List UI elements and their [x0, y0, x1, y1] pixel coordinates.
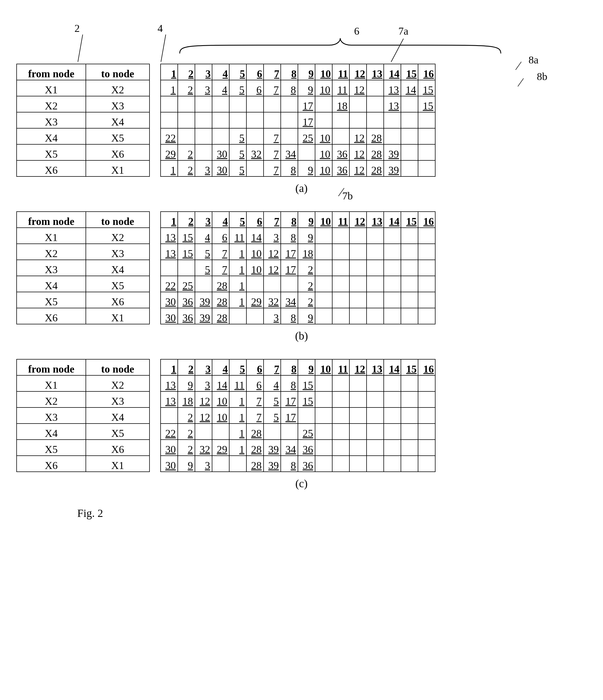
cell	[367, 276, 384, 292]
cell: 32	[264, 292, 281, 308]
col-15: 15	[401, 359, 418, 375]
cell-from: X6	[17, 308, 86, 324]
cell	[418, 407, 435, 424]
cell	[367, 424, 384, 440]
col-11: 11	[332, 211, 349, 228]
cell	[418, 392, 435, 407]
col-5: 5	[229, 359, 246, 375]
col-2: 2	[178, 359, 195, 375]
cell-from: X5	[17, 292, 86, 308]
cell-from: X1	[17, 228, 86, 244]
cell	[195, 424, 212, 440]
cell	[315, 292, 332, 308]
cell	[418, 260, 435, 276]
cell-to: X3	[86, 392, 150, 407]
col-14: 14	[384, 211, 401, 228]
cell: 36	[298, 456, 315, 472]
col-from-node: from node	[17, 359, 86, 375]
cell: 7	[212, 244, 229, 260]
cell-to: X1	[86, 456, 150, 472]
lead-8b: ⁄	[520, 75, 522, 90]
cell: 13	[384, 80, 401, 96]
cell: 13	[161, 244, 178, 260]
col-to-node: to node	[86, 64, 150, 80]
annot-7a: 7a	[398, 25, 409, 37]
cell: 36	[178, 308, 195, 324]
cell: 18	[332, 96, 349, 112]
col-16: 16	[418, 359, 435, 375]
cell: 34	[281, 144, 298, 160]
cell	[367, 112, 384, 128]
cell	[401, 375, 418, 392]
cell	[384, 112, 401, 128]
cell: 22	[161, 276, 178, 292]
cell: 18	[298, 244, 315, 260]
cell: 39	[384, 144, 401, 160]
cell	[281, 276, 298, 292]
col-16: 16	[418, 211, 435, 228]
cell: 29	[212, 440, 229, 456]
cell	[401, 260, 418, 276]
cell: 15	[298, 375, 315, 392]
cell: 10	[315, 144, 332, 160]
cell-to: X5	[86, 424, 150, 440]
col-15: 15	[401, 211, 418, 228]
col-8: 8	[281, 211, 298, 228]
col-8: 8	[281, 64, 298, 80]
cell: 6	[246, 80, 264, 96]
cell: 17	[281, 392, 298, 407]
cell: 28	[212, 276, 229, 292]
cell	[401, 276, 418, 292]
subcaption-b: (b)	[16, 329, 587, 342]
cell-from: X2	[17, 392, 86, 407]
cell	[264, 96, 281, 112]
col-11: 11	[332, 64, 349, 80]
cell	[367, 228, 384, 244]
table-row: X1X2123456789101112131415	[17, 80, 435, 96]
cell: 12	[349, 128, 367, 144]
cell: 10	[246, 260, 264, 276]
cell: 18	[178, 392, 195, 407]
cell-to: X1	[86, 160, 150, 176]
cell-from: X6	[17, 456, 86, 472]
col-from-node: from node	[17, 64, 86, 80]
cell: 5	[264, 392, 281, 407]
cell	[418, 128, 435, 144]
cell: 6	[246, 375, 264, 392]
cell: 12	[195, 407, 212, 424]
cell: 4	[195, 228, 212, 244]
cell	[161, 112, 178, 128]
col-3: 3	[195, 64, 212, 80]
cell	[264, 276, 281, 292]
cell	[161, 407, 178, 424]
cell-from: X2	[17, 244, 86, 260]
cell	[401, 440, 418, 456]
cell: 15	[178, 228, 195, 244]
cell	[178, 112, 195, 128]
cell	[281, 112, 298, 128]
cell-from: X5	[17, 144, 86, 160]
cell	[315, 392, 332, 407]
cell	[315, 375, 332, 392]
cell: 34	[281, 440, 298, 456]
col-to-node: to node	[86, 359, 150, 375]
cell: 2	[178, 80, 195, 96]
cell: 39	[384, 160, 401, 176]
table-row: X5X63023229128393436	[17, 440, 435, 456]
cell	[367, 244, 384, 260]
figure-caption: Fig. 2	[77, 507, 587, 520]
cell	[349, 96, 367, 112]
cell	[195, 112, 212, 128]
cell: 8	[281, 160, 298, 176]
cell: 7	[264, 80, 281, 96]
cell	[298, 144, 315, 160]
cell: 28	[246, 456, 264, 472]
cell	[281, 128, 298, 144]
col-8: 8	[281, 359, 298, 375]
subcaption-a: (a)	[16, 182, 587, 195]
cell: 6	[212, 228, 229, 244]
table-row: X4X522252812	[17, 276, 435, 292]
cell	[384, 128, 401, 144]
col-2: 2	[178, 64, 195, 80]
table-row: X4X522212825	[17, 424, 435, 440]
